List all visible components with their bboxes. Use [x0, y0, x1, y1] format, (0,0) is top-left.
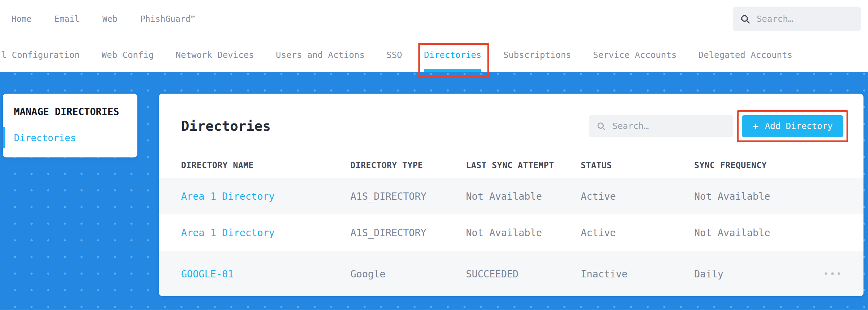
nav-item-home[interactable]: Home	[11, 14, 32, 24]
column-header-directory-name: DIRECTORY NAME	[181, 161, 350, 170]
tab-network-devices[interactable]: Network Devices	[176, 38, 254, 72]
row-actions-cell: •••	[816, 267, 863, 281]
tab-users-and-actions[interactable]: Users and Actions	[276, 38, 365, 72]
directories-panel: Directories + Add Directory	[159, 94, 863, 296]
table-row: Area 1 Directory A1S_DIRECTORY Not Avail…	[159, 178, 863, 214]
annotation-box-add-directory: + Add Directory	[737, 110, 848, 142]
global-search[interactable]	[733, 7, 861, 31]
directory-type-cell: A1S_DIRECTORY	[350, 227, 466, 239]
status-cell: Active	[581, 227, 694, 239]
directories-search-input[interactable]	[612, 121, 726, 131]
tab-delegated-accounts[interactable]: Delegated Accounts	[698, 38, 792, 72]
directory-name-link[interactable]: Area 1 Directory	[181, 227, 350, 239]
phishguard-admin-page: Home Email Web PhishGuard™ l Configurati…	[0, 0, 868, 310]
panel-header: Directories + Add Directory	[159, 94, 863, 152]
column-header-status: STATUS	[581, 161, 694, 170]
tab-service-accounts[interactable]: Service Accounts	[593, 38, 676, 72]
plus-icon: +	[752, 121, 759, 131]
tab-email-configuration[interactable]: l Configuration	[1, 38, 80, 72]
ellipsis-icon: •••	[823, 269, 843, 279]
panel-controls: + Add Directory	[589, 110, 848, 142]
column-header-last-sync-attempt: LAST SYNC ATTEMPT	[466, 161, 581, 170]
nav-item-web[interactable]: Web	[102, 14, 117, 24]
last-sync-attempt-cell: Not Available	[466, 227, 581, 239]
tab-sso[interactable]: SSO	[386, 38, 402, 72]
directories-search[interactable]	[589, 115, 733, 137]
status-cell: Active	[581, 191, 694, 202]
nav-item-email[interactable]: Email	[54, 14, 79, 24]
table-row: GOOGLE-01 Google SUCCEEDED Inactive Dail…	[159, 251, 863, 296]
active-tab-underline	[424, 69, 481, 72]
last-sync-attempt-cell: SUCCEEDED	[466, 268, 581, 280]
secondary-nav: l Configuration Web Config Network Devic…	[0, 38, 868, 72]
search-icon	[596, 121, 606, 131]
sync-frequency-cell: Not Available	[694, 191, 816, 202]
last-sync-attempt-cell: Not Available	[466, 191, 581, 202]
add-directory-button[interactable]: + Add Directory	[742, 115, 843, 137]
sidebar-title: MANAGE DIRECTORIES	[14, 106, 119, 118]
column-header-directory-type: DIRECTORY TYPE	[350, 161, 466, 170]
global-search-input[interactable]	[756, 14, 854, 24]
search-icon	[740, 14, 750, 24]
column-header-sync-frequency: SYNC FREQUENCY	[694, 161, 816, 170]
directories-table: DIRECTORY NAME DIRECTORY TYPE LAST SYNC …	[159, 152, 863, 296]
directory-name-link[interactable]: GOOGLE-01	[181, 268, 350, 280]
directory-name-link[interactable]: Area 1 Directory	[181, 191, 350, 202]
nav-item-phishguard[interactable]: PhishGuard™	[140, 14, 195, 24]
top-header: Home Email Web PhishGuard™	[0, 0, 868, 38]
sync-frequency-cell: Not Available	[694, 227, 816, 239]
sync-frequency-cell: Daily	[694, 268, 816, 280]
sidebar-active-indicator	[3, 127, 5, 148]
row-menu-button[interactable]: •••	[822, 267, 844, 281]
sidebar-item-directories[interactable]: Directories	[14, 132, 76, 143]
tab-subscriptions[interactable]: Subscriptions	[503, 38, 571, 72]
tab-web-config[interactable]: Web Config	[102, 38, 154, 72]
status-cell: Inactive	[581, 268, 694, 280]
tab-directories[interactable]: Directories	[424, 38, 482, 72]
primary-nav: Home Email Web PhishGuard™	[11, 14, 195, 24]
page-title: Directories	[181, 118, 271, 134]
content-area: MANAGE DIRECTORIES Directories Directori…	[0, 72, 868, 310]
sidebar-card: MANAGE DIRECTORIES Directories	[3, 94, 137, 157]
table-header-row: DIRECTORY NAME DIRECTORY TYPE LAST SYNC …	[159, 152, 863, 178]
tab-directories-label: Directories	[424, 50, 482, 60]
directory-type-cell: A1S_DIRECTORY	[350, 191, 466, 202]
table-row: Area 1 Directory A1S_DIRECTORY Not Avail…	[159, 214, 863, 251]
add-directory-label: Add Directory	[765, 121, 833, 131]
directory-type-cell: Google	[350, 268, 466, 280]
